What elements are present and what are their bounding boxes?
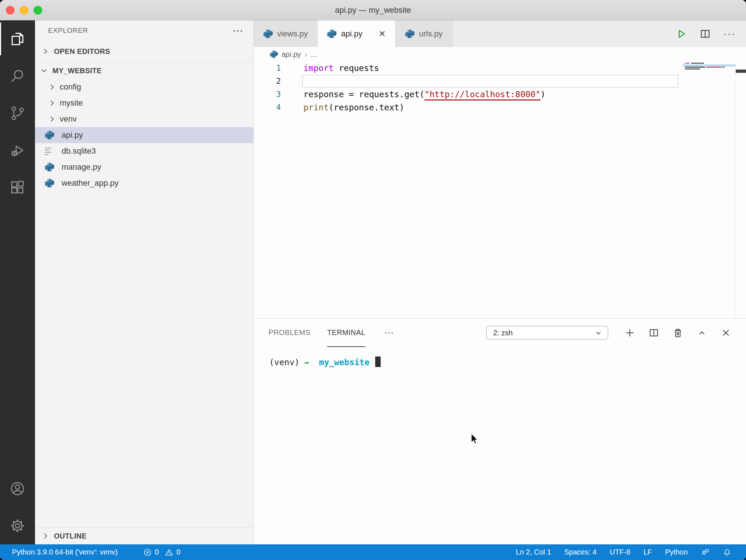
- encoding-status[interactable]: UTF-8: [610, 548, 631, 556]
- breadcrumb: api.py › ...: [254, 47, 746, 62]
- editor-more-actions-icon[interactable]: ···: [723, 28, 736, 40]
- error-icon: [143, 548, 152, 557]
- close-tab-icon[interactable]: ✕: [378, 29, 386, 39]
- terminal-shell-select[interactable]: 2: zsh: [486, 326, 608, 340]
- tree-item-manage-py[interactable]: manage.py: [35, 159, 254, 175]
- tree-item-mysite[interactable]: mysite: [35, 95, 254, 111]
- panel-more-actions-icon[interactable]: ⋯: [384, 327, 394, 339]
- tab-label: urls.py: [419, 29, 443, 39]
- editor-group: views.py api.py ✕ urls.py ···: [254, 20, 746, 544]
- database-file-icon: [45, 146, 54, 156]
- language-mode-status[interactable]: Python: [665, 548, 688, 556]
- code-line-1: import requests: [254, 62, 680, 75]
- tab-api-py[interactable]: api.py ✕: [318, 20, 396, 47]
- warning-count: 0: [176, 548, 180, 556]
- workspace-root-folder[interactable]: MY_WEBSITE: [35, 62, 254, 79]
- notifications-bell-icon[interactable]: [723, 548, 731, 557]
- tree-item-db-sqlite3[interactable]: db.sqlite3: [35, 143, 254, 159]
- open-editors-label: OPEN EDITORS: [54, 47, 110, 56]
- tab-urls-py[interactable]: urls.py: [396, 20, 452, 47]
- close-panel-icon[interactable]: [721, 327, 731, 338]
- status-bar: Python 3.9.0 64-bit ('venv': venv) 0 0 L…: [0, 544, 746, 560]
- chevron-right-icon: [47, 114, 57, 124]
- minimap[interactable]: [683, 62, 736, 318]
- tree-item-venv[interactable]: venv: [35, 111, 254, 127]
- file-label: api.py: [62, 130, 83, 140]
- tab-label: api.py: [341, 29, 362, 39]
- code-editor[interactable]: 1 2 3 4 import requests response = reque…: [254, 62, 746, 318]
- account-icon[interactable]: [0, 470, 35, 507]
- python-file-icon: [45, 130, 54, 140]
- tree-item-api-py[interactable]: api.py: [35, 127, 254, 143]
- python-interpreter-status[interactable]: Python 3.9.0 64-bit ('venv': venv): [12, 548, 118, 556]
- breadcrumb-file[interactable]: api.py: [282, 50, 301, 59]
- split-editor-icon[interactable]: [699, 28, 711, 40]
- maximize-panel-icon[interactable]: [696, 327, 707, 338]
- error-count: 0: [155, 548, 159, 556]
- shell-select-value: 2: zsh: [493, 329, 513, 337]
- python-file-icon: [45, 178, 54, 188]
- workspace-root-label: MY_WEBSITE: [52, 67, 102, 75]
- python-file-icon: [45, 162, 54, 172]
- chevron-right-icon: [47, 82, 57, 92]
- tab-terminal[interactable]: TERMINAL: [327, 319, 365, 347]
- tab-problems[interactable]: PROBLEMS: [268, 319, 310, 347]
- python-file-icon: [405, 29, 415, 39]
- explorer-icon[interactable]: [0, 20, 35, 58]
- prompt-arrow-icon: →: [304, 358, 309, 367]
- kill-terminal-trash-icon[interactable]: [672, 327, 683, 338]
- problems-status[interactable]: 0 0: [143, 548, 180, 557]
- folder-label: venv: [60, 114, 76, 124]
- tab-label: views.py: [277, 29, 308, 39]
- panel-header: PROBLEMS TERMINAL ⋯ 2: zsh: [254, 319, 746, 347]
- source-control-icon[interactable]: [0, 95, 35, 132]
- folder-label: mysite: [60, 98, 83, 108]
- open-editors-section[interactable]: OPEN EDITORS: [35, 41, 254, 62]
- code-lines: import requests response = requests.get(…: [254, 62, 680, 114]
- breadcrumb-separator: ›: [305, 50, 307, 59]
- bottom-panel: PROBLEMS TERMINAL ⋯ 2: zsh: [254, 318, 746, 544]
- new-terminal-icon[interactable]: [624, 327, 635, 338]
- settings-gear-icon[interactable]: [0, 507, 35, 544]
- python-file-icon: [327, 29, 337, 39]
- search-icon[interactable]: [0, 58, 35, 95]
- outline-section[interactable]: OUTLINE: [35, 527, 254, 544]
- chevron-right-icon: [41, 47, 50, 56]
- mouse-pointer: [468, 432, 480, 446]
- run-debug-icon[interactable]: [0, 132, 35, 169]
- tree-item-config[interactable]: config: [35, 79, 254, 95]
- url-link: "http://localhost:8000": [424, 90, 541, 100]
- explorer-sidebar: EXPLORER ⋯ OPEN EDITORS MY_WEBSITE confi…: [35, 20, 254, 544]
- chevron-down-icon: [594, 328, 603, 338]
- chevron-right-icon: [47, 98, 57, 108]
- terminal-output[interactable]: (venv)→ my_website: [254, 347, 746, 544]
- eol-status[interactable]: LF: [643, 548, 652, 556]
- overview-ruler: [735, 62, 746, 318]
- code-line-2: [254, 75, 680, 88]
- terminal-cwd: my_website: [319, 358, 369, 367]
- feedback-icon[interactable]: [701, 548, 710, 557]
- titlebar: api.py — my_website: [0, 0, 746, 20]
- code-line-4: print(response.text): [254, 101, 680, 114]
- tab-views-py[interactable]: views.py: [254, 20, 318, 47]
- tree-item-weather-app-py[interactable]: weather_app.py: [35, 175, 254, 191]
- warning-icon: [165, 548, 173, 557]
- outline-label: OUTLINE: [54, 532, 87, 540]
- explorer-title: EXPLORER: [48, 27, 88, 35]
- file-tree: config mysite venv api.py db.sqlite3: [35, 79, 254, 191]
- code-line-3: response = requests.get("http://localhos…: [254, 88, 680, 101]
- cursor-position-status[interactable]: Ln 2, Col 1: [516, 548, 551, 556]
- chevron-down-icon: [39, 66, 49, 75]
- terminal-venv: (venv): [269, 358, 299, 367]
- extensions-icon[interactable]: [0, 169, 35, 206]
- folder-label: config: [60, 82, 81, 92]
- split-terminal-icon[interactable]: [648, 327, 659, 338]
- indentation-status[interactable]: Spaces: 4: [564, 548, 597, 556]
- vscode-window: api.py — my_website: [0, 0, 746, 560]
- file-label: manage.py: [62, 162, 101, 172]
- run-file-icon[interactable]: [675, 28, 687, 40]
- python-file-icon: [270, 50, 278, 58]
- window-title: api.py — my_website: [0, 0, 746, 20]
- breadcrumb-symbol[interactable]: ...: [311, 50, 317, 59]
- explorer-more-actions-icon[interactable]: ⋯: [232, 27, 243, 34]
